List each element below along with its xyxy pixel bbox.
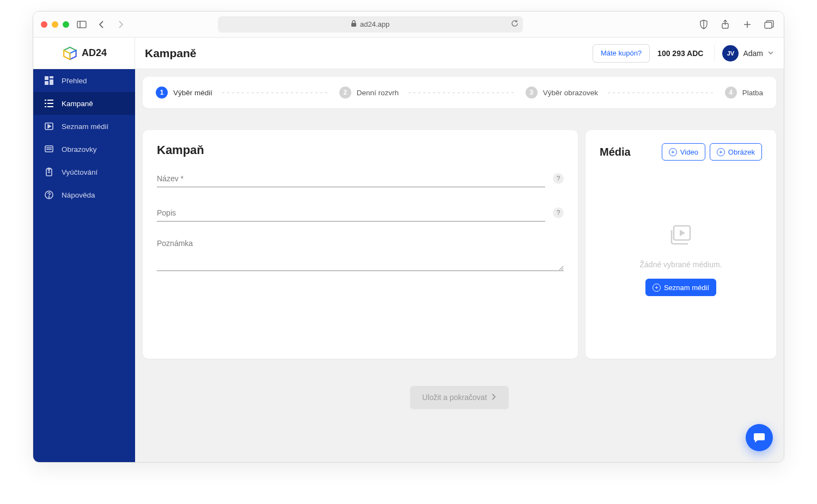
desc-row: Popis ? xyxy=(157,206,564,222)
chevron-right-icon xyxy=(491,393,497,402)
step-daily-schedule[interactable]: 2 Denní rozvrh xyxy=(339,87,399,99)
sidebar-item-label: Přehled xyxy=(62,77,87,85)
new-tab-icon[interactable] xyxy=(740,17,754,32)
svg-marker-11 xyxy=(70,50,76,59)
balance-display: 100 293 ADC xyxy=(657,49,703,58)
media-list-button[interactable]: + Seznam médií xyxy=(645,279,716,296)
sidebar-item-help[interactable]: Nápověda xyxy=(33,183,135,206)
browser-window: ad24.app xyxy=(33,11,784,463)
media-empty-state: Žádné vybrané médium. + Seznam médií xyxy=(600,175,762,346)
svg-rect-22 xyxy=(47,106,53,107)
address-bar[interactable]: ad24.app xyxy=(218,16,523,33)
plus-icon: + xyxy=(717,148,725,156)
plus-icon: + xyxy=(653,284,661,292)
svg-rect-2 xyxy=(351,23,356,27)
content-columns: Kampaň Název * ? Popis xyxy=(143,130,776,359)
svg-marker-10 xyxy=(64,47,76,53)
svg-marker-35 xyxy=(680,230,685,236)
list-icon xyxy=(44,99,54,108)
sidebar-item-billing[interactable]: Vyúčtování xyxy=(33,161,135,183)
save-continue-button[interactable]: Uložit a pokračovat xyxy=(410,386,509,409)
step-number: 3 xyxy=(526,87,538,99)
sidebar-item-media-list[interactable]: Seznam médií xyxy=(33,115,135,138)
dashboard-icon xyxy=(44,76,54,85)
svg-rect-19 xyxy=(45,103,46,104)
svg-point-33 xyxy=(48,196,50,198)
svg-rect-16 xyxy=(45,81,48,85)
name-input[interactable] xyxy=(157,171,545,187)
button-label: Uložit a pokračovat xyxy=(422,393,487,402)
svg-marker-12 xyxy=(64,50,70,59)
window-controls xyxy=(41,21,69,28)
button-label: Video xyxy=(680,148,698,156)
step-screens-select[interactable]: 3 Výběr obrazovek xyxy=(526,87,598,99)
svg-rect-0 xyxy=(77,21,86,28)
tab-overview-icon[interactable] xyxy=(762,17,776,32)
note-input[interactable] xyxy=(157,240,564,271)
sidebar-item-label: Vyúčtování xyxy=(62,168,97,176)
stepper: 1 Výběr médií 2 Denní rozvrh 3 Výběr obr… xyxy=(143,77,776,108)
step-label: Platba xyxy=(742,89,763,97)
app-shell: AD24 Přehled Kampaně Seznam médií xyxy=(33,38,784,462)
reload-icon[interactable] xyxy=(511,20,519,29)
main-area: Kampaně Máte kupón? 100 293 ADC JV Adam … xyxy=(135,38,784,462)
user-menu[interactable]: JV Adam xyxy=(714,45,774,62)
media-card: Média + Video + Obrázek xyxy=(586,130,776,359)
sidebar-item-label: Seznam médií xyxy=(62,122,108,131)
name-help-button[interactable]: ? xyxy=(553,173,564,184)
name-row: Název * ? xyxy=(157,171,564,187)
button-label: Obrázek xyxy=(728,148,755,156)
billing-icon xyxy=(44,167,54,177)
sidebar: AD24 Přehled Kampaně Seznam médií xyxy=(33,38,135,462)
svg-rect-15 xyxy=(50,79,53,85)
logo-text: AD24 xyxy=(82,47,107,59)
shield-icon[interactable] xyxy=(697,17,711,32)
chat-widget-button[interactable] xyxy=(746,424,773,451)
close-window-button[interactable] xyxy=(41,21,47,28)
step-payment[interactable]: 4 Platba xyxy=(725,87,763,99)
minimize-window-button[interactable] xyxy=(52,21,58,28)
sidebar-item-label: Kampaně xyxy=(62,100,93,108)
step-separator xyxy=(608,93,715,93)
add-image-button[interactable]: + Obrázek xyxy=(710,143,762,161)
add-video-button[interactable]: + Video xyxy=(662,143,705,161)
media-empty-text: Žádné vybrané médium. xyxy=(640,260,722,269)
nav-forward-icon[interactable] xyxy=(114,17,128,32)
svg-rect-21 xyxy=(45,106,46,107)
nav-back-icon[interactable] xyxy=(94,17,108,32)
avatar: JV xyxy=(722,45,739,62)
media-placeholder-icon xyxy=(668,224,694,250)
logo[interactable]: AD24 xyxy=(33,38,135,69)
sidebar-item-screens[interactable]: Obrazovky xyxy=(33,138,135,161)
svg-marker-24 xyxy=(48,125,51,128)
browser-toolbar: ad24.app xyxy=(33,11,784,38)
plus-icon: + xyxy=(669,148,677,156)
step-media-select[interactable]: 1 Výběr médií xyxy=(156,87,212,99)
svg-rect-14 xyxy=(50,76,53,78)
user-name: Adam xyxy=(743,49,763,58)
sidebar-item-label: Nápověda xyxy=(62,191,95,199)
topbar: Kampaně Máte kupón? 100 293 ADC JV Adam xyxy=(135,38,784,69)
sidebar-toggle-icon[interactable] xyxy=(75,17,89,32)
step-number: 4 xyxy=(725,87,737,99)
coupon-button[interactable]: Máte kupón? xyxy=(593,44,650,63)
chevron-down-icon xyxy=(767,48,774,58)
media-list-icon xyxy=(44,121,54,131)
media-heading: Média xyxy=(600,146,657,158)
form-heading: Kampaň xyxy=(157,143,564,157)
svg-rect-20 xyxy=(47,103,53,104)
zoom-window-button[interactable] xyxy=(63,21,69,28)
share-icon[interactable] xyxy=(718,17,733,32)
step-label: Denní rozvrh xyxy=(357,89,399,97)
svg-rect-13 xyxy=(45,76,48,80)
sidebar-item-campaigns[interactable]: Kampaně xyxy=(33,92,135,115)
screens-icon xyxy=(44,144,54,154)
sidebar-item-overview[interactable]: Přehled xyxy=(33,69,135,92)
svg-rect-25 xyxy=(45,146,53,152)
desc-input[interactable] xyxy=(157,206,545,222)
content: 1 Výběr médií 2 Denní rozvrh 3 Výběr obr… xyxy=(135,69,784,462)
step-separator xyxy=(222,93,330,93)
step-separator xyxy=(408,93,516,93)
step-number: 1 xyxy=(156,87,168,99)
desc-help-button[interactable]: ? xyxy=(553,207,564,218)
